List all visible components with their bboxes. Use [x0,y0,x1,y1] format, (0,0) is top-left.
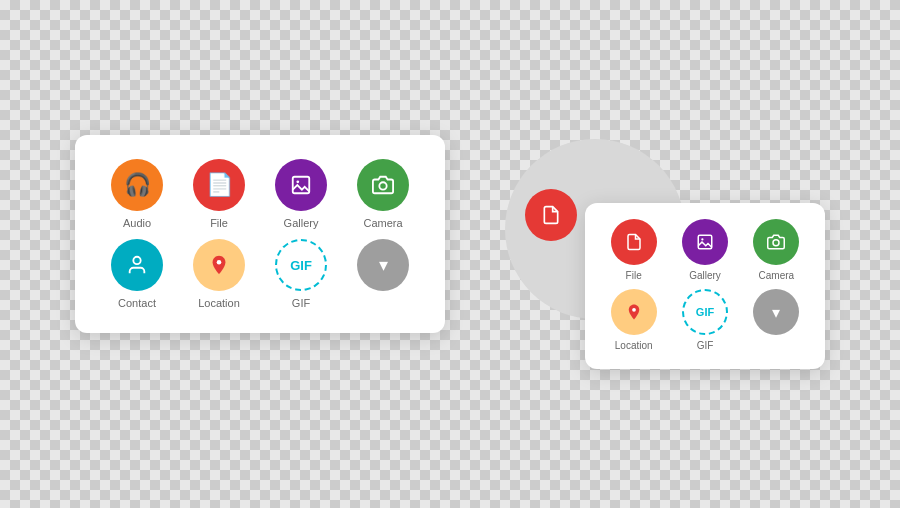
svg-rect-0 [293,177,310,194]
attachment-panel-full: 🎧 Audio 📄 File Gallery [75,135,445,333]
camera-item: Camera [349,159,417,229]
file-partial-button[interactable] [525,189,577,241]
contact-button[interactable] [111,239,163,291]
file-label: File [210,217,228,229]
camera2-button[interactable] [753,219,799,265]
file-item: 📄 File [185,159,253,229]
svg-point-7 [773,240,779,246]
svg-point-8 [632,308,636,312]
gallery-label: Gallery [284,217,319,229]
panel2-row-1: File Gallery [603,219,807,281]
file-button[interactable]: 📄 [193,159,245,211]
svg-point-3 [133,257,140,264]
camera2-item: Camera [746,219,807,281]
more-button[interactable]: ▾ [357,239,409,291]
more-item: ▾ [349,239,417,309]
location-item: Location [185,239,253,309]
camera-button[interactable] [357,159,409,211]
gif-button[interactable]: GIF [275,239,327,291]
svg-point-6 [701,238,703,240]
location-label: Location [198,297,240,309]
gallery-item: Gallery [267,159,335,229]
contact-item: Contact [103,239,171,309]
gallery-button[interactable] [275,159,327,211]
contact-label: Contact [118,297,156,309]
gif2-button[interactable]: GIF [682,289,728,335]
svg-point-2 [379,182,386,189]
location-button[interactable] [193,239,245,291]
location2-item: Location [603,289,664,351]
location2-label: Location [615,340,653,351]
file2-button[interactable] [611,219,657,265]
camera-label: Camera [363,217,402,229]
file2-item: File [603,219,664,281]
audio-button[interactable]: 🎧 [111,159,163,211]
icon-row-1: 🎧 Audio 📄 File Gallery [103,159,417,229]
gif-item: GIF GIF [267,239,335,309]
svg-point-4 [217,260,222,265]
gallery2-label: Gallery [689,270,721,281]
audio-label: Audio [123,217,151,229]
panel2-box: File Gallery [585,203,825,369]
attachment-panel-partial: File Gallery [505,139,825,369]
gif2-item: GIF GIF [674,289,735,351]
panel2-row-2: Location GIF GIF ▾ [603,289,807,351]
more2-item: ▾ [746,289,807,351]
svg-rect-5 [698,235,712,249]
icon-row-2: Contact Location GIF GIF ▾ [103,239,417,309]
file2-label: File [626,270,642,281]
location2-button[interactable] [611,289,657,335]
gif-label: GIF [292,297,310,309]
more2-button[interactable]: ▾ [753,289,799,335]
gif2-label: GIF [697,340,714,351]
camera2-label: Camera [759,270,795,281]
gallery2-item: Gallery [674,219,735,281]
gallery2-button[interactable] [682,219,728,265]
svg-point-1 [296,180,299,183]
audio-item: 🎧 Audio [103,159,171,229]
